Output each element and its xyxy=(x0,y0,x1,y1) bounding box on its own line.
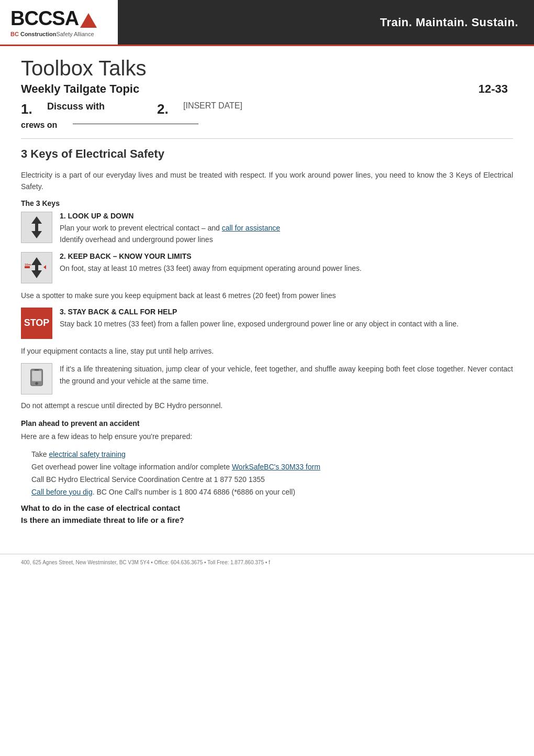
plan-intro: Here are a few ideas to help ensure you'… xyxy=(21,431,513,442)
worksafe-link[interactable]: WorkSafeBC's 30M33 form xyxy=(232,463,320,471)
key1-text1: Plan your work to prevent electrical con… xyxy=(60,224,222,232)
step1-number: 1. xyxy=(21,101,47,117)
header-tagline-area: Train. Maintain. Sustain. xyxy=(118,0,534,45)
tagline-text: Train. Maintain. Sustain. xyxy=(380,16,518,29)
key2-item: 10m 2. KEEP BACK – KNOW YOUR LIMITS On f… xyxy=(21,252,513,283)
plan-item-3: Call BC Hydro Electrical Service Coordin… xyxy=(31,474,513,486)
footer-text: 400, 625 Agnes Street, New Westminster, … xyxy=(21,560,270,565)
key2-body: On foot, stay at least 10 metres (33 fee… xyxy=(60,262,513,274)
plan-list: Take electrical safety training Get over… xyxy=(21,448,513,498)
arrows-up-down-icon xyxy=(24,214,50,240)
key2-icon: 10m xyxy=(21,252,52,283)
key2-title: 2. KEEP BACK – KNOW YOUR LIMITS xyxy=(60,252,513,260)
tailgate-number: 12-33 xyxy=(479,82,513,96)
intro-text: Electricity is a part of our everyday li… xyxy=(21,169,513,193)
key3-extra1: If your equipment contacts a line, stay … xyxy=(21,345,513,357)
logo-safety: Safety Alliance xyxy=(56,31,94,37)
main-content: Toolbox Talks Weekly Tailgate Topic 12-3… xyxy=(0,46,534,543)
svg-rect-5 xyxy=(35,265,38,270)
keep-back-icon: 10m xyxy=(24,255,50,281)
tailgate-row: Weekly Tailgate Topic 12-33 xyxy=(21,82,513,96)
step1-label: Discuss with xyxy=(47,101,141,112)
svg-marker-9 xyxy=(43,265,46,269)
key1-link[interactable]: call for assistance xyxy=(222,224,280,232)
logo-construction: Construction xyxy=(19,31,57,37)
bottom-heading-1: What to do in the case of electrical con… xyxy=(21,503,513,512)
plan-heading: Plan ahead to prevent an accident xyxy=(21,419,513,428)
plan-item-1: Take electrical safety training xyxy=(31,448,513,461)
key1-title: 1. LOOK UP & DOWN xyxy=(60,212,513,220)
the-keys-label: The 3 Keys xyxy=(21,199,513,207)
electrical-training-link[interactable]: electrical safety training xyxy=(49,450,125,458)
svg-rect-13 xyxy=(35,370,39,371)
phone-svg-icon xyxy=(25,367,48,390)
svg-marker-2 xyxy=(31,231,42,238)
phone-icon xyxy=(21,363,52,395)
svg-point-12 xyxy=(35,382,38,385)
logo-triangle-icon xyxy=(80,13,97,28)
svg-text:10m: 10m xyxy=(25,263,31,266)
step2-date: [INSERT DATE] xyxy=(183,101,288,111)
phone-text-block: If it's a life threatening situation, ju… xyxy=(60,363,513,387)
svg-marker-0 xyxy=(31,216,42,224)
key1-content: 1. LOOK UP & DOWN Plan your work to prev… xyxy=(60,212,513,246)
key3-extra2: If it's a life threatening situation, ju… xyxy=(60,363,513,387)
key3-content: 3. STAY BACK & CALL FOR HELP Stay back 1… xyxy=(60,308,513,330)
steps-row: 1. Discuss with 2. [INSERT DATE] xyxy=(21,101,513,117)
stop-icon: STOP xyxy=(21,308,52,339)
key2-content: 2. KEEP BACK – KNOW YOUR LIMITS On foot,… xyxy=(60,252,513,274)
date-underline xyxy=(73,124,198,124)
logo-text: BCCSA xyxy=(10,7,79,30)
key1-body1: Plan your work to prevent electrical con… xyxy=(60,222,513,234)
svg-rect-11 xyxy=(32,371,41,381)
key2-extra: Use a spotter to make sure you keep equi… xyxy=(21,290,513,301)
phone-row: If it's a life threatening situation, ju… xyxy=(21,363,513,395)
tailgate-label: Weekly Tailgate Topic xyxy=(21,82,139,96)
page-title: Toolbox Talks xyxy=(21,57,513,80)
key1-item: 1. LOOK UP & DOWN Plan your work to prev… xyxy=(21,212,513,246)
svg-marker-4 xyxy=(31,257,42,265)
key3-title: 3. STAY BACK & CALL FOR HELP xyxy=(60,308,513,316)
logo-subtitle: BC ConstructionSafety Alliance xyxy=(10,31,97,37)
stop-text: STOP xyxy=(24,317,50,328)
logo-bccsa: BCCSA xyxy=(10,7,97,30)
logo-area: BCCSA BC ConstructionSafety Alliance xyxy=(0,0,107,45)
svg-rect-3 xyxy=(35,224,38,231)
step2-number: 2. xyxy=(157,101,183,117)
page-footer: 400, 625 Agnes Street, New Westminster, … xyxy=(0,554,534,571)
bottom-headings: What to do in the case of electrical con… xyxy=(21,503,513,524)
plan-item-2: Get overhead power line voltage informat… xyxy=(31,461,513,474)
call-before-dig-link[interactable]: Call before you dig xyxy=(31,488,93,496)
section-divider xyxy=(21,138,513,139)
section-heading: 3 Keys of Electrical Safety xyxy=(21,147,513,161)
svg-marker-6 xyxy=(31,270,42,278)
key1-body2: Identify overhead and underground power … xyxy=(60,234,513,245)
svg-rect-7 xyxy=(25,266,30,268)
key3-body: Stay back 10 metres (33 feet) from a fal… xyxy=(60,318,513,330)
plan-item-4: Call before you dig. BC One Call's numbe… xyxy=(31,486,513,499)
bottom-heading-2: Is there an immediate threat to life or … xyxy=(21,516,513,524)
key1-icon xyxy=(21,212,52,243)
logo-bc: BC xyxy=(10,31,19,37)
plan-section: Plan ahead to prevent an accident Here a… xyxy=(21,419,513,499)
key3-extra3: Do not attempt a rescue until directed b… xyxy=(21,400,513,411)
crews-row: crews on xyxy=(21,119,513,130)
key3-item: STOP 3. STAY BACK & CALL FOR HELP Stay b… xyxy=(21,308,513,339)
crews-on-label: crews on xyxy=(21,120,57,130)
page-header: BCCSA BC ConstructionSafety Alliance Tra… xyxy=(0,0,534,46)
